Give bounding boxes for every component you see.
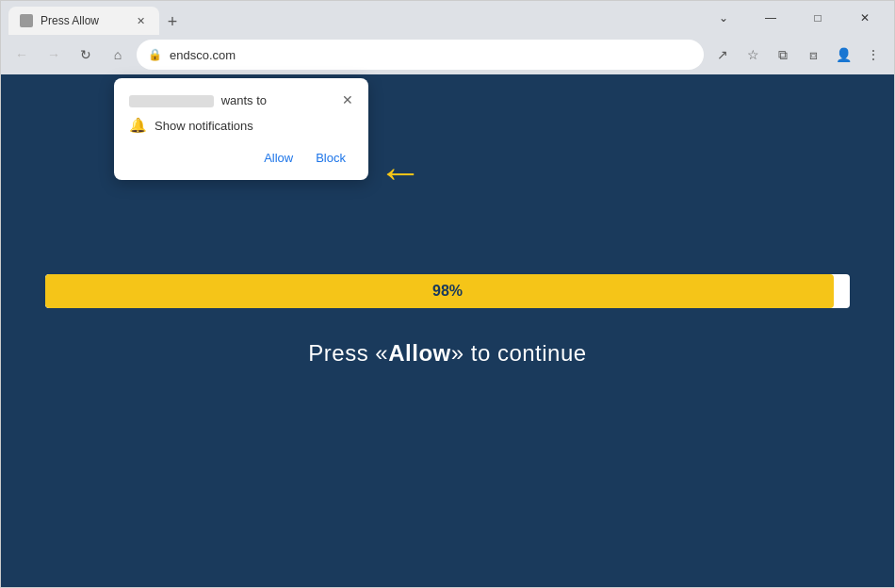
allow-button[interactable]: Allow <box>256 147 301 169</box>
page-content: wants to ✕ 🔔 Show notifications Allow Bl… <box>1 74 894 587</box>
tab-strip-dropdown[interactable]: ⌄ <box>702 4 745 32</box>
press-allow-bold: Allow <box>388 340 451 366</box>
window-controls: ⌄ — □ ✕ <box>702 4 887 32</box>
extensions-icon[interactable]: ⧉ <box>770 41 796 68</box>
popup-notification-label: Show notifications <box>155 119 253 133</box>
tab-title: Press Allow <box>41 14 125 27</box>
toolbar-icons: ↗ ☆ ⧉ ⧈ 👤 ⋮ <box>709 41 887 68</box>
address-bar: ← → ↻ ⌂ 🔒 endsco.com ↗ ☆ ⧉ ⧈ 👤 ⋮ <box>1 35 894 74</box>
minimize-button[interactable]: — <box>749 4 792 32</box>
popup-notification-row: 🔔 Show notifications <box>129 117 353 134</box>
tab-favicon <box>20 14 33 27</box>
bell-icon: 🔔 <box>129 117 147 134</box>
browser-window: Press Allow ✕ + ⌄ — □ ✕ ← → ↻ ⌂ 🔒 endsco… <box>0 0 895 588</box>
progress-container: 98% <box>45 274 849 308</box>
notification-popup: wants to ✕ 🔔 Show notifications Allow Bl… <box>114 78 368 180</box>
popup-wants-to: wants to <box>221 93 267 107</box>
popup-site-name-redacted <box>129 95 214 107</box>
popup-site-text: wants to <box>129 93 267 107</box>
active-tab[interactable]: Press Allow ✕ <box>8 7 159 35</box>
press-allow-text: Press «Allow» to continue <box>308 340 586 367</box>
home-button[interactable]: ⌂ <box>105 41 131 68</box>
close-button[interactable]: ✕ <box>843 4 887 32</box>
menu-icon[interactable]: ⋮ <box>860 41 887 68</box>
arrow-indicator: ← <box>378 150 423 195</box>
block-button[interactable]: Block <box>308 147 353 169</box>
tab-close-button[interactable]: ✕ <box>133 13 148 28</box>
forward-button[interactable]: → <box>41 41 67 68</box>
press-allow-before: Press « <box>308 340 388 366</box>
title-bar: Press Allow ✕ + ⌄ — □ ✕ <box>1 1 894 35</box>
share-icon[interactable]: ↗ <box>709 41 736 68</box>
popup-header: wants to ✕ <box>129 93 353 107</box>
press-allow-after: » to continue <box>451 340 587 366</box>
sidebar-icon[interactable]: ⧈ <box>800 41 826 68</box>
popup-close-button[interactable]: ✕ <box>342 93 353 106</box>
bookmark-icon[interactable]: ☆ <box>740 41 766 68</box>
progress-percentage: 98% <box>432 283 463 300</box>
lock-icon: 🔒 <box>148 48 162 61</box>
back-button[interactable]: ← <box>8 41 35 68</box>
url-text: endsco.com <box>170 48 692 62</box>
new-tab-button[interactable]: + <box>159 8 186 35</box>
maximize-button[interactable]: □ <box>796 4 839 32</box>
popup-actions: Allow Block <box>129 147 353 169</box>
url-bar[interactable]: 🔒 endsco.com <box>137 40 704 70</box>
reload-button[interactable]: ↻ <box>73 41 99 68</box>
profile-icon[interactable]: 👤 <box>830 41 856 68</box>
tab-strip: Press Allow ✕ + <box>8 1 698 35</box>
